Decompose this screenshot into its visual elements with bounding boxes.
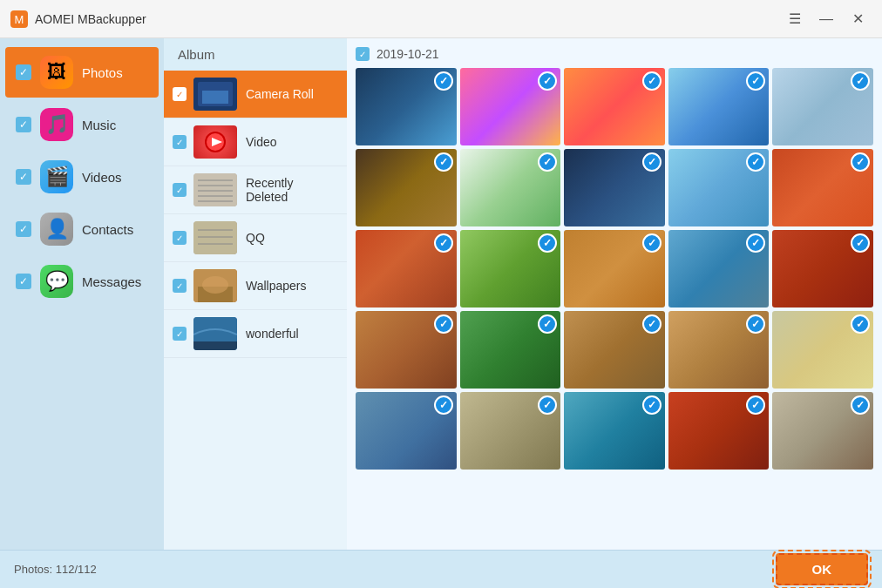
photo-check-16: ✓ [434,314,453,334]
photo-check-mark-13: ✓ [648,237,656,249]
photo-check-mark-20: ✓ [856,318,865,330]
video-checkbox: ✓ [173,135,187,149]
photo-check-mark-8: ✓ [648,156,656,168]
photo-check-22: ✓ [538,395,557,415]
photo-check-3: ✓ [642,71,662,91]
photo-date-group: ✓ 2019-10-21 ✓ ✓ ✓ [356,47,873,470]
main-container: ✓ 🖼 Photos ✓ 🎵 Music ✓ 🎬 Videos [0,38,882,550]
photo-cell-16[interactable]: ✓ [356,311,457,389]
sidebar-item-photos[interactable]: ✓ 🖼 Photos [5,47,159,98]
photo-cell-6[interactable]: ✓ [356,149,457,226]
sidebar-label-photos: Photos [82,65,123,80]
photo-check-15: ✓ [851,233,870,253]
photo-area[interactable]: ✓ 2019-10-21 ✓ ✓ ✓ [347,38,882,550]
photo-cell-23[interactable]: ✓ [564,392,665,470]
photo-check-mark-7: ✓ [543,156,552,168]
photo-cell-2[interactable]: ✓ [460,68,561,145]
camera-roll-thumb [193,78,237,111]
album-item-wonderful[interactable]: ✓ wonderful [164,310,347,358]
camera-roll-label: Camera Roll [246,87,314,101]
wonderful-label: wonderful [246,327,299,341]
status-text: Photos: 112/112 [14,563,97,576]
album-item-recently-deleted[interactable]: ✓ Recently Deleted [164,166,347,214]
titlebar-left: M AOMEI MBackupper [10,10,146,28]
photo-check-mark-2: ✓ [543,75,552,87]
album-item-video[interactable]: ✓ Video [164,118,347,166]
qq-label: QQ [246,231,265,245]
photo-cell-8[interactable]: ✓ [564,149,665,226]
photo-cell-12[interactable]: ✓ [460,230,561,308]
photo-cell-4[interactable]: ✓ [668,68,770,145]
photo-date-label: ✓ 2019-10-21 [356,47,873,61]
date-text: 2019-10-21 [377,47,439,61]
album-item-qq[interactable]: ✓ QQ [164,214,347,262]
close-icon: ✕ [852,10,864,27]
photo-cell-19[interactable]: ✓ [668,311,770,389]
photo-check-23: ✓ [642,395,662,415]
photo-cell-25[interactable]: ✓ [772,392,873,470]
titlebar-controls: ☰ — ✕ [781,5,872,33]
photo-cell-3[interactable]: ✓ [564,68,665,145]
app-title: AOMEI MBackupper [35,12,146,26]
messages-icon: 💬 [45,270,69,293]
photo-cell-15[interactable]: ✓ [772,230,873,308]
photo-check-5: ✓ [851,71,870,91]
photo-cell-11[interactable]: ✓ [356,230,457,308]
sidebar-item-messages[interactable]: ✓ 💬 Messages [5,256,159,307]
ok-button[interactable]: OK [776,553,869,585]
messages-checkbox: ✓ [16,274,31,289]
date-check-icon: ✓ [359,50,366,59]
sidebar-item-contacts[interactable]: ✓ 👤 Contacts [5,204,159,254]
photo-check-24: ✓ [746,395,765,415]
photo-cell-10[interactable]: ✓ [772,149,873,226]
photo-check-mark-6: ✓ [439,156,448,168]
close-button[interactable]: ✕ [844,5,872,33]
photo-check-6: ✓ [434,152,453,172]
wonderful-thumb [193,317,237,350]
album-item-wallpapers[interactable]: ✓ Wallpapers [164,262,347,310]
menu-button[interactable]: ☰ [781,5,809,33]
photo-cell-1[interactable]: ✓ [356,68,457,145]
photo-cell-17[interactable]: ✓ [460,311,561,389]
photo-cell-5[interactable]: ✓ [772,68,873,145]
sidebar-label-videos: Videos [82,170,122,185]
photo-check-21: ✓ [434,395,453,415]
photos-checkbox: ✓ [16,64,31,80]
photo-cell-7[interactable]: ✓ [460,149,561,226]
recently-deleted-check-icon: ✓ [176,186,183,195]
sidebar-item-music[interactable]: ✓ 🎵 Music [5,99,159,150]
contacts-icon: 👤 [45,218,69,240]
photo-cell-22[interactable]: ✓ [460,392,561,470]
wallpapers-thumb [193,269,237,302]
album-item-camera-roll[interactable]: ✓ Camera Roll [164,71,347,118]
photo-cell-9[interactable]: ✓ [668,149,770,226]
photo-cell-18[interactable]: ✓ [564,311,665,389]
photo-check-mark-3: ✓ [648,75,656,87]
video-label: Video [246,135,277,149]
photo-check-mark-21: ✓ [439,399,448,411]
photo-check-18: ✓ [642,314,662,334]
photo-check-mark-25: ✓ [856,399,865,411]
recently-deleted-thumb [193,173,237,206]
photo-cell-14[interactable]: ✓ [668,230,770,308]
photo-grid: ✓ ✓ ✓ ✓ [356,68,873,470]
photo-check-mark-15: ✓ [856,237,865,249]
minimize-button[interactable]: — [812,5,840,33]
photo-cell-20[interactable]: ✓ [772,311,873,389]
photo-check-mark-22: ✓ [543,399,552,411]
photo-check-mark-14: ✓ [751,237,760,249]
wonderful-check-icon: ✓ [176,329,183,339]
photo-check-25: ✓ [851,395,870,415]
sidebar-item-videos[interactable]: ✓ 🎬 Videos [5,152,159,202]
photo-cell-21[interactable]: ✓ [356,392,457,470]
photo-cell-24[interactable]: ✓ [668,392,770,470]
contacts-checkbox: ✓ [16,221,31,237]
photos-check-icon: ✓ [19,66,28,78]
photo-check-12: ✓ [538,233,557,253]
contacts-icon-wrap: 👤 [40,213,73,246]
photo-check-13: ✓ [642,233,662,253]
photo-check-mark-9: ✓ [751,156,760,168]
recently-deleted-thumb-img [193,173,237,206]
photo-cell-13[interactable]: ✓ [564,230,665,308]
messages-icon-wrap: 💬 [40,265,73,298]
